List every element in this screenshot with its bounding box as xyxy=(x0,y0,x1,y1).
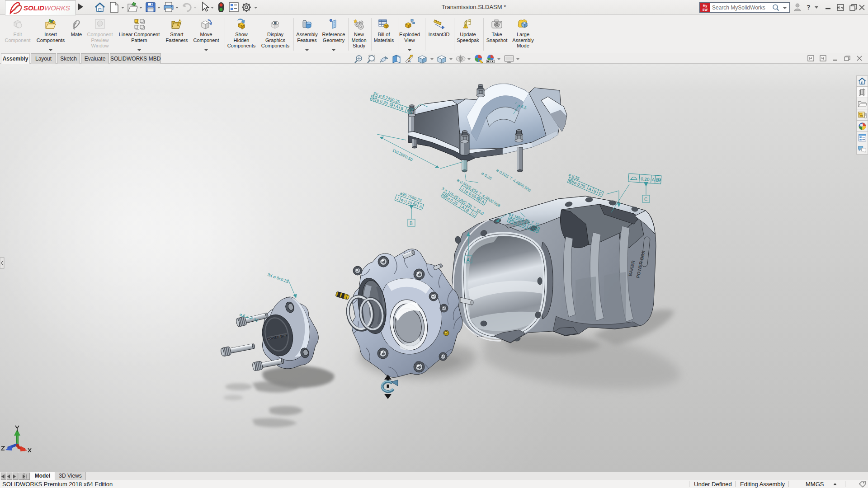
svg-text:M: M xyxy=(658,178,660,182)
svg-text:0.20: 0.20 xyxy=(641,176,650,182)
svg-text:!: ! xyxy=(465,25,466,28)
svg-text:B: B xyxy=(410,221,413,226)
svg-text:A: A xyxy=(408,59,411,63)
svg-text:C: C xyxy=(644,197,647,202)
svg-text:WORKS: WORKS xyxy=(44,4,70,12)
svg-text:A: A xyxy=(467,258,470,263)
svg-text:SOLID: SOLID xyxy=(24,4,44,12)
svg-text:?: ? xyxy=(807,4,811,11)
svg-text:A: A xyxy=(651,177,655,182)
